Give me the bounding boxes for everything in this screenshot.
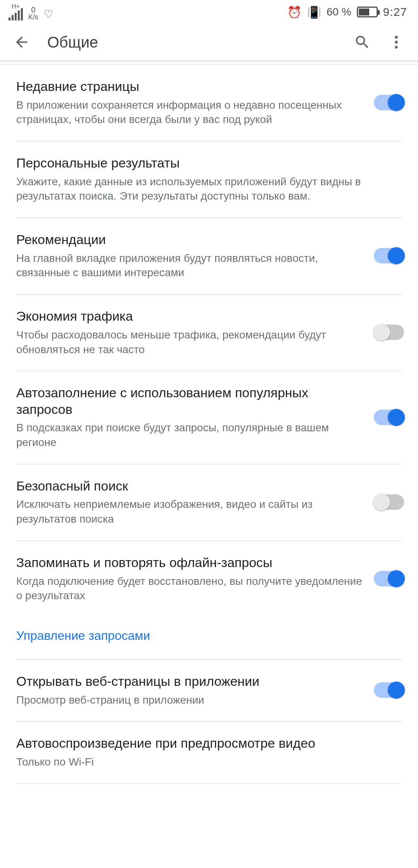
setting-safe-search[interactable]: Безопасный поиск Исключать неприемлемые …	[0, 465, 418, 540]
setting-data-saver[interactable]: Экономия трафика Чтобы расходовалось мен…	[0, 295, 418, 371]
setting-subtitle: На главной вкладке приложения будут появ…	[16, 251, 364, 280]
network-type-indicator: H+	[9, 3, 23, 21]
setting-title: Экономия трафика	[16, 308, 364, 325]
setting-title: Рекомендации	[16, 231, 364, 248]
setting-recommendations[interactable]: Рекомендации На главной вкладке приложен…	[0, 218, 418, 294]
svg-point-1	[395, 41, 397, 43]
search-icon	[354, 34, 371, 51]
setting-autocomplete-trending[interactable]: Автозаполнение с использованием популярн…	[0, 371, 418, 464]
setting-subtitle: Только по Wi-Fi	[16, 755, 404, 769]
svg-point-2	[395, 46, 397, 48]
setting-subtitle: Просмотр веб-страниц в приложении	[16, 693, 364, 707]
setting-subtitle: Исключать неприемлемые изображения, виде…	[16, 497, 364, 526]
manage-queries-link[interactable]: Управление запросами	[16, 629, 150, 642]
settings-list: Недавние страницы В приложении сохраняет…	[0, 65, 418, 800]
network-type-label: H+	[12, 3, 20, 10]
data-rate-value: 0	[31, 6, 35, 14]
toggle-autocomplete-trending[interactable]	[374, 410, 404, 425]
toggle-open-web-in-app[interactable]	[374, 682, 404, 698]
manage-queries-row[interactable]: Управление запросами	[0, 617, 418, 659]
more-vert-icon	[388, 34, 405, 51]
toggle-recent-pages[interactable]	[374, 95, 404, 110]
setting-subtitle: Чтобы расходовалось меньше трафика, реко…	[16, 328, 364, 357]
back-button[interactable]	[5, 25, 39, 59]
setting-title: Открывать веб-страницы в приложении	[16, 673, 364, 690]
signal-bars-icon	[9, 10, 23, 21]
setting-retry-offline[interactable]: Запоминать и повторять офлайн-запросы Ко…	[0, 541, 418, 617]
data-rate-indicator: 0 K/s	[28, 6, 38, 21]
setting-open-web-in-app[interactable]: Открывать веб-страницы в приложении Прос…	[0, 660, 418, 721]
setting-subtitle: В приложении сохраняется информация о не…	[16, 98, 364, 127]
toggle-data-saver[interactable]	[374, 325, 404, 340]
overflow-menu-button[interactable]	[379, 25, 413, 59]
heart-rate-icon: ♡	[44, 8, 53, 21]
setting-personal-results[interactable]: Персональные результаты Укажите, какие д…	[0, 142, 418, 217]
status-right: ⏰ 📳 60 % 9:27	[287, 5, 407, 19]
arrow-back-icon	[13, 34, 30, 51]
status-bar: H+ 0 K/s ♡ ⏰ 📳 60 % 9:27	[0, 0, 418, 24]
setting-title: Автозаполнение с использованием популярн…	[16, 384, 364, 417]
setting-title: Запоминать и повторять офлайн-запросы	[16, 554, 364, 571]
status-left: H+ 0 K/s ♡	[9, 3, 53, 21]
clock: 9:27	[383, 5, 407, 19]
setting-subtitle: Когда подключение будет восстановлено, в…	[16, 574, 364, 603]
toggle-recommendations[interactable]	[374, 248, 404, 263]
setting-autoplay-preview[interactable]: Автовоспроизведение при предпросмотре ви…	[0, 722, 418, 783]
setting-recent-pages[interactable]: Недавние страницы В приложении сохраняет…	[0, 65, 418, 141]
setting-title: Безопасный поиск	[16, 478, 364, 494]
divider	[16, 783, 402, 784]
setting-title: Недавние страницы	[16, 78, 364, 95]
battery-icon	[357, 7, 378, 17]
setting-subtitle: Укажите, какие данные из используемых пр…	[16, 174, 404, 204]
page-title: Общие	[39, 34, 345, 51]
app-bar: Общие	[0, 24, 418, 61]
toggle-retry-offline[interactable]	[374, 571, 404, 586]
setting-title: Персональные результаты	[16, 155, 404, 171]
toggle-safe-search[interactable]	[374, 494, 404, 510]
svg-point-0	[395, 36, 397, 39]
setting-title: Автовоспроизведение при предпросмотре ви…	[16, 735, 404, 752]
search-button[interactable]	[345, 25, 379, 59]
setting-subtitle: В подсказках при поиске будут запросы, п…	[16, 420, 364, 450]
data-rate-unit: K/s	[28, 14, 38, 21]
alarm-icon: ⏰	[287, 5, 302, 19]
vibrate-icon: 📳	[307, 5, 321, 19]
battery-percent: 60 %	[327, 6, 351, 18]
